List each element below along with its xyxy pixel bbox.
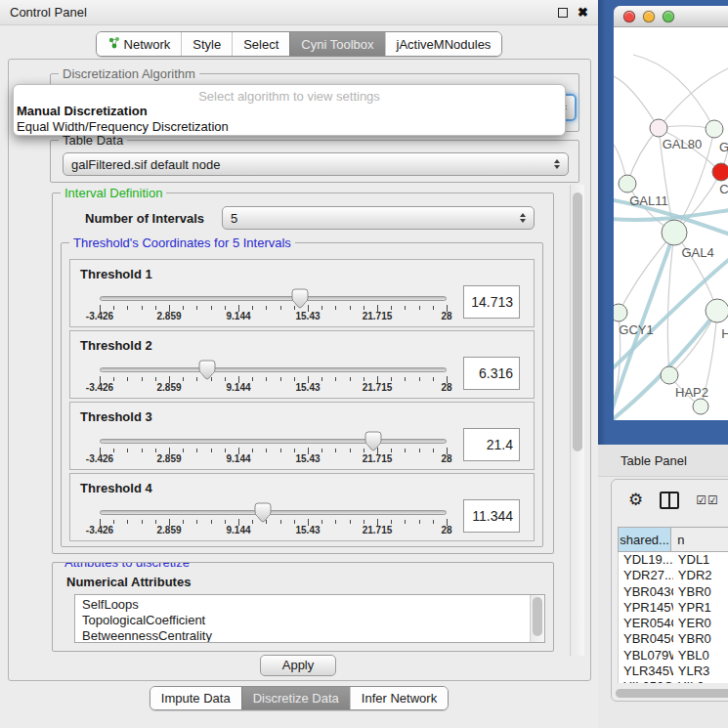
gear-icon[interactable]: ⚙ [628,492,643,508]
table-cell[interactable]: YBR043C [619,584,673,600]
table-row[interactable]: YBR043CYBR0 [619,584,728,600]
axis-tick [211,306,212,310]
attribute-list-item[interactable]: BetweennessCentrality [75,628,544,643]
apply-button[interactable]: Apply [260,655,336,676]
table-cell[interactable]: YER054C [619,616,673,631]
table-row[interactable]: YPR145WYPR1 [619,600,728,616]
network-node[interactable] [650,119,667,137]
network-edge[interactable] [633,55,714,129]
table-column-header[interactable]: shared... [618,527,671,552]
network-node-label: GCY1 [619,322,653,337]
table-cell[interactable]: YER0 [673,616,728,631]
table-row[interactable]: YDL19...YDL1 [619,552,728,568]
network-window-titlebar [614,6,728,27]
tab-discretize-data[interactable]: Discretize Data [241,687,350,709]
threshold-slider-thumb[interactable] [198,360,216,380]
select-columns-icon[interactable]: ☑☑ [696,493,719,507]
table-data-combobox[interactable]: galFiltered.sif default node [63,152,569,176]
network-edge[interactable] [659,68,728,128]
table-row[interactable]: YIL052CYIL0 [619,679,728,683]
number-of-intervals-combobox[interactable]: 5 [222,206,535,230]
threshold-slider-track[interactable] [100,296,447,301]
network-edge[interactable] [627,128,659,184]
axis-tick [225,449,226,452]
network-node[interactable] [619,175,636,193]
close-panel-icon[interactable]: ✖ [578,8,588,18]
axis-tick [113,520,114,524]
axis-tick-label: 28 [441,525,451,535]
tab-group: Impute DataDiscretize DataInfer Network [150,686,449,710]
attributes-scrollbar[interactable] [530,595,544,643]
network-edge-highlighted[interactable] [614,233,674,410]
network-canvas[interactable]: GAL80GCGAL11GAL4GCY1HHAP2 [614,27,728,420]
numerical-attributes-list[interactable]: SelfLoopsTopologicalCoefficientBetweenne… [74,594,545,643]
network-edge[interactable] [614,76,659,128]
algorithm-option[interactable]: Equal Width/Frequency Discretization [14,119,565,135]
table-hscrollbar[interactable] [616,689,728,700]
zoom-window-button[interactable] [663,11,674,22]
axis-tick-label: 2.859 [156,525,181,535]
close-window-button[interactable] [623,11,635,22]
tab-select[interactable]: Select [232,32,289,56]
attribute-list-item[interactable]: TopologicalCoefficient [75,613,544,628]
table-cell[interactable]: YLR345W [619,664,673,679]
threshold-slider-thumb[interactable] [254,502,272,523]
axis-tick [321,449,322,452]
threshold-value-field[interactable]: 11.344 [463,499,520,533]
axis-tick [127,377,128,381]
table-row[interactable]: YBL079WYBL0 [619,648,728,664]
algorithm-option[interactable]: Manual Discretization [14,104,565,119]
network-node[interactable] [662,220,687,245]
axis-tick [364,449,364,452]
tab-network[interactable]: Network [97,32,182,56]
table-cell[interactable]: YPR1 [673,600,728,616]
table-cell[interactable]: YBR0 [673,631,728,647]
threshold-value-field[interactable]: 14.713 [463,285,520,319]
axis-tick-label: 28 [441,382,451,393]
table-cell[interactable]: YBR0 [673,584,728,600]
network-node[interactable] [706,299,728,322]
table-row[interactable]: YER054CYER0 [619,616,728,631]
table-cell[interactable]: YDL1 [673,552,728,568]
network-node[interactable] [693,399,708,414]
network-edge[interactable] [674,233,717,311]
table-row[interactable]: YBR045CYBR0 [619,631,728,647]
tab-cyni-toolbox[interactable]: Cyni Toolbox [289,32,384,56]
table-cell[interactable]: YBL079W [619,648,673,664]
table-cell[interactable]: YDR27... [619,568,673,583]
threshold-slider-track[interactable] [100,439,447,444]
table-panel-header: Table Panel [598,445,728,477]
axis-tick-label: -3.426 [86,311,113,321]
table-cell[interactable]: YDL19... [619,552,673,568]
table-cell[interactable]: YBR045C [619,631,673,647]
split-view-icon[interactable] [660,492,679,509]
tab-jactivemnodules[interactable]: jActiveMNodules [385,32,502,56]
threshold-slider-track[interactable] [100,510,447,515]
table-row[interactable]: YDR27...YDR2 [619,568,728,583]
table-cell[interactable]: YIL0 [673,679,728,683]
network-node[interactable] [661,366,678,384]
network-node[interactable] [614,304,627,321]
network-edge[interactable] [619,233,674,313]
table-cell[interactable]: YDR2 [673,568,728,583]
panel-scrollbar[interactable] [570,185,584,656]
table-row[interactable]: YLR345WYLR3 [619,664,728,679]
table-cell[interactable]: YBL0 [673,648,728,664]
table-cell[interactable]: YLR3 [673,664,728,679]
axis-tick [280,377,281,381]
attribute-list-item[interactable]: SelfLoops [75,597,544,613]
threshold-value-field[interactable]: 6.316 [463,357,520,390]
threshold-value-field[interactable]: 21.4 [463,428,520,461]
minimize-window-button[interactable] [643,11,655,22]
table-column-header[interactable]: n [671,527,728,552]
tab-impute-data[interactable]: Impute Data [150,687,241,709]
threshold-slider-track[interactable] [100,367,447,372]
table-cell[interactable]: YIL052C [619,679,673,683]
threshold-slider-thumb[interactable] [364,431,382,451]
table-cell[interactable]: YPR145W [619,600,673,616]
tab-infer-network[interactable]: Infer Network [350,687,448,709]
float-window-icon[interactable] [558,8,568,18]
network-node[interactable] [712,163,728,181]
tab-style[interactable]: Style [181,32,232,56]
network-node[interactable] [706,120,723,138]
